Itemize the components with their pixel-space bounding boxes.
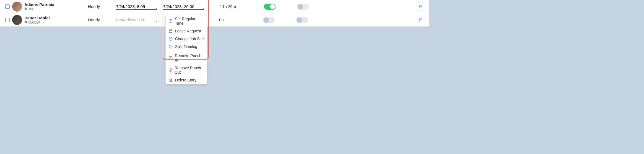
calendar-icon (168, 29, 173, 33)
punch-in-input[interactable]: 7/24/2023, 8:05 (116, 4, 157, 10)
row-actions-menu: Set Regular Time Leave Request Change Jo… (165, 15, 207, 84)
menu-leave-request[interactable]: Leave Request (166, 27, 207, 35)
pay-type: Hourly (88, 17, 116, 22)
menu-separator (166, 51, 207, 51)
timesheet-row: Adams Patricia ✱ 186 Hourly 7/24/2023, 8… (0, 0, 429, 13)
clock-icon (168, 37, 173, 41)
total-hours: 0h (219, 17, 252, 22)
trash-icon (168, 78, 173, 82)
pay-type: Hourly (88, 4, 116, 9)
remove-icon (168, 68, 172, 72)
timesheet-row: Bauer Daniel ✱ 550014 Hourly mm/dd/yyy 0… (0, 13, 429, 27)
menu-split-timelog[interactable]: Split Timelog (166, 43, 207, 50)
punch-out-input[interactable]: 7/24/2023, 20:00 (163, 4, 204, 10)
flag-icon (419, 4, 423, 9)
svg-rect-1 (169, 30, 172, 32)
toggle-2[interactable] (297, 4, 309, 10)
remove-icon (168, 56, 173, 60)
toggle-1[interactable] (264, 4, 276, 10)
punch-in-input[interactable]: mm/dd/yyy 0:00 (116, 17, 157, 23)
employee-name: Bauer Daniel (24, 16, 88, 20)
select-row-checkbox[interactable] (5, 18, 10, 22)
row-actions-kebab[interactable] (205, 4, 212, 9)
menu-label: Change Job Site (175, 37, 204, 41)
employee-name: Adams Patricia (24, 2, 88, 7)
star-icon: ✱ (24, 20, 27, 24)
star-icon: ✱ (24, 7, 27, 11)
total-hours: 11h 25m (220, 4, 253, 9)
toggle-1[interactable] (263, 17, 275, 23)
avatar (12, 15, 22, 25)
menu-label: Leave Request (175, 29, 201, 33)
menu-set-regular-time[interactable]: Set Regular Time (166, 15, 207, 27)
menu-delete-entry[interactable]: Delete Entry (166, 76, 207, 84)
menu-remove-punch-in[interactable]: Remove Punch In (166, 52, 207, 64)
menu-remove-punch-out[interactable]: Remove Punch Out (166, 64, 207, 76)
menu-label: Remove Punch Out (175, 66, 204, 75)
flag-button[interactable] (417, 2, 425, 11)
menu-label: Split Timelog (175, 44, 197, 49)
menu-label: Remove Punch In (175, 53, 204, 62)
employee-id: 186 (28, 7, 34, 11)
flag-button[interactable] (417, 16, 425, 24)
avatar (12, 2, 22, 12)
menu-label: Delete Entry (175, 78, 196, 82)
dash: – (159, 4, 161, 9)
select-row-checkbox[interactable] (5, 4, 10, 9)
menu-change-job-site[interactable]: Change Job Site (166, 35, 207, 43)
flag-icon (419, 18, 423, 22)
employee-id: 550014 (28, 20, 40, 24)
clock-icon (168, 19, 173, 23)
dash: – (159, 17, 161, 22)
menu-label: Set Regular Time (175, 17, 204, 25)
clock-icon (168, 44, 173, 49)
toggle-2[interactable] (296, 17, 308, 23)
